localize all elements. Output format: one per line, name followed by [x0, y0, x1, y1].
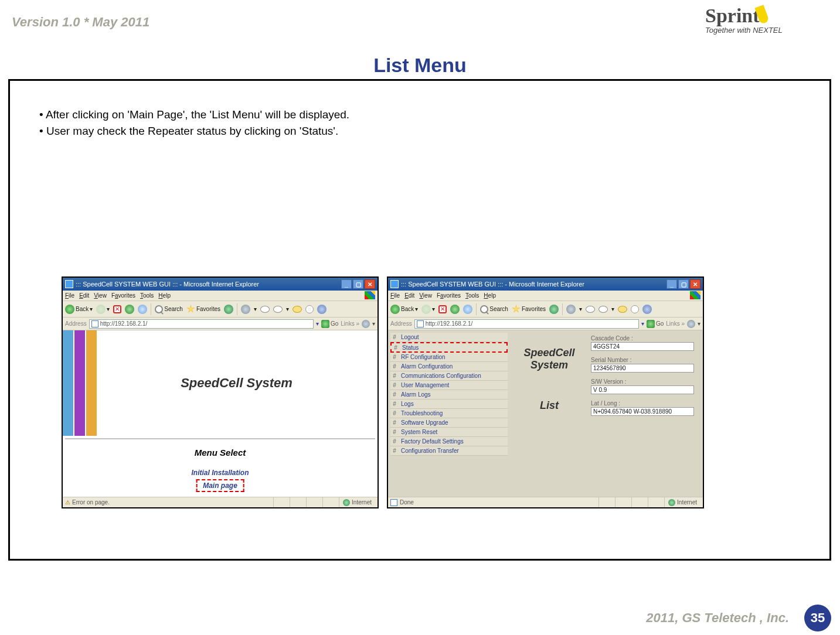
maximize-button[interactable]: ▢ — [353, 279, 363, 289]
links-label[interactable]: Links » — [666, 320, 685, 327]
menu-tools[interactable]: Tools — [465, 292, 479, 299]
heading-line1: SpeedCell — [515, 347, 584, 359]
hash-icon: # — [390, 448, 399, 454]
list-menu-item[interactable]: #User Management — [390, 381, 508, 390]
list-menu-item[interactable]: #Troubleshooting — [390, 409, 508, 418]
sw-input[interactable]: V 0.9 — [591, 385, 694, 394]
mail-icon[interactable] — [586, 306, 595, 313]
window-titlebar: ::: SpeedCell SYSTEM WEB GUI ::: - Micro… — [63, 278, 378, 291]
initial-installation-link[interactable]: Initial Installation — [63, 469, 378, 477]
stop-icon[interactable] — [113, 305, 121, 313]
stop-icon[interactable] — [438, 305, 447, 313]
list-menu-item[interactable]: #Alarm Logs — [390, 390, 508, 400]
menu-view[interactable]: View — [419, 292, 432, 299]
menu-favorites[interactable]: Favorites — [111, 292, 135, 299]
menu-help[interactable]: Help — [158, 292, 171, 299]
home-icon[interactable] — [463, 305, 472, 314]
latlong-label: Lat / Long : — [591, 400, 694, 407]
screenshots-row: ::: SpeedCell SYSTEM WEB GUI ::: - Micro… — [62, 276, 704, 508]
list-menu-item[interactable]: #RF Configuration — [390, 353, 508, 362]
list-menu-item[interactable]: #Factory Default Settings — [390, 437, 508, 446]
minimize-button[interactable]: _ — [341, 279, 352, 289]
list-menu-label: System Reset — [399, 429, 508, 435]
forward-button[interactable]: ▾ — [96, 305, 110, 314]
logo-tagline: Together with NEXTEL — [705, 26, 822, 35]
list-menu-item[interactable]: #Status — [390, 342, 508, 353]
address-label: Address — [390, 320, 412, 327]
list-menu-item[interactable]: #Configuration Transfer — [390, 446, 508, 456]
refresh-icon[interactable] — [125, 305, 134, 314]
serial-input[interactable]: 1234567890 — [591, 364, 694, 373]
menu-file[interactable]: File — [390, 292, 400, 299]
main-content-box: • After clicking on 'Main Page', the 'Li… — [8, 79, 831, 561]
address-bar: Address http://192.168.2.1/ ▾ Go Links »… — [388, 318, 703, 330]
history-icon[interactable] — [549, 305, 559, 314]
toolbar: Back ▾ ▾ Search Favorites ▾ ▾ — [388, 301, 703, 318]
menu-tools[interactable]: Tools — [140, 292, 154, 299]
go-icon — [647, 320, 655, 328]
close-button[interactable]: ✕ — [690, 279, 700, 289]
menu-help[interactable]: Help — [484, 292, 496, 299]
search-button[interactable]: Search — [155, 305, 183, 313]
favorites-button[interactable]: Favorites — [512, 305, 546, 313]
cascade-input[interactable]: 4GGST24 — [591, 342, 694, 351]
favorites-button[interactable]: Favorites — [186, 305, 220, 313]
search-button[interactable]: Search — [480, 305, 508, 313]
folder-icon[interactable] — [293, 306, 302, 313]
home-icon[interactable] — [138, 305, 147, 314]
search-icon — [155, 305, 163, 313]
hash-icon: # — [390, 419, 399, 426]
latlong-input[interactable]: N+094.657840 W-038.918890 — [591, 407, 694, 416]
window-titlebar: ::: SpeedCell SYSTEM WEB GUI ::: - Micro… — [388, 278, 703, 291]
maximize-button[interactable]: ▢ — [678, 279, 689, 289]
list-menu-item[interactable]: #Alarm Configuration — [390, 362, 508, 371]
hash-icon: # — [390, 382, 399, 388]
menu-edit[interactable]: Edit — [404, 292, 414, 299]
help-icon[interactable] — [642, 305, 652, 314]
settings-icon[interactable] — [362, 320, 370, 328]
menu-favorites[interactable]: Favorites — [437, 292, 461, 299]
help-icon[interactable] — [317, 305, 327, 314]
internet-icon — [343, 499, 350, 506]
back-button[interactable]: Back ▾ — [65, 305, 93, 314]
gear-icon[interactable] — [241, 305, 250, 314]
refresh-icon[interactable] — [450, 305, 460, 314]
address-input[interactable]: http://192.168.2.1/ — [414, 319, 639, 329]
go-button[interactable]: Go — [321, 320, 338, 328]
edit-icon[interactable] — [305, 305, 314, 313]
list-menu-label: Factory Default Settings — [399, 438, 508, 445]
address-input[interactable]: http://192.168.2.1/ — [89, 319, 314, 329]
print-icon[interactable] — [273, 306, 283, 313]
menu-file[interactable]: File — [65, 292, 74, 299]
gear-icon[interactable] — [566, 305, 576, 314]
minimize-button[interactable]: _ — [666, 279, 677, 289]
serial-label: Serial Number : — [591, 357, 694, 363]
go-button[interactable]: Go — [647, 320, 664, 328]
close-button[interactable]: ✕ — [365, 279, 375, 289]
list-menu-item[interactable]: #Logout — [390, 333, 508, 342]
list-menu-item[interactable]: #Logs — [390, 400, 508, 409]
list-menu-label: Logout — [399, 334, 508, 340]
settings-icon[interactable] — [687, 320, 695, 328]
folder-icon[interactable] — [618, 306, 627, 313]
print-icon[interactable] — [598, 306, 608, 313]
list-menu-item[interactable]: #System Reset — [390, 428, 508, 437]
list-menu-item[interactable]: #Communications Configuration — [390, 371, 508, 381]
history-icon[interactable] — [224, 305, 233, 314]
list-menu-label: Logs — [399, 401, 508, 407]
cascade-field: Cascade Code : 4GGST24 — [591, 335, 694, 351]
mail-icon[interactable] — [260, 306, 270, 313]
edit-icon[interactable] — [631, 305, 639, 313]
forward-button[interactable]: ▾ — [421, 305, 435, 314]
hash-icon: # — [390, 410, 399, 416]
back-button[interactable]: Back ▾ — [390, 305, 418, 314]
list-menu-item[interactable]: #Software Upgrade — [390, 418, 508, 428]
hash-icon: # — [390, 363, 399, 370]
screenshot-left: ::: SpeedCell SYSTEM WEB GUI ::: - Micro… — [62, 276, 379, 508]
links-label[interactable]: Links » — [341, 320, 359, 327]
bullet-list: • After clicking on 'Main Page', the 'Li… — [39, 107, 806, 139]
menu-view[interactable]: View — [94, 292, 107, 299]
bullet-item: • User may check the Repeater status by … — [39, 123, 806, 139]
main-page-link[interactable]: Main page — [203, 482, 237, 490]
menu-edit[interactable]: Edit — [79, 292, 89, 299]
